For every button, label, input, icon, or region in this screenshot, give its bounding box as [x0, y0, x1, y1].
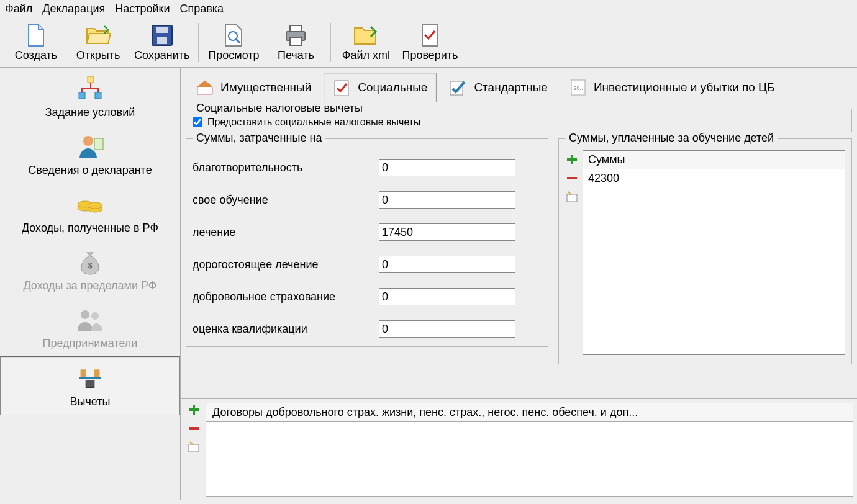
tb-preview[interactable]: Просмотр: [202, 20, 265, 65]
edu-table-row[interactable]: 42300: [583, 169, 845, 187]
tb-save[interactable]: Сохранить: [129, 20, 194, 65]
svg-rect-25: [189, 444, 199, 452]
btn-edit-edu[interactable]: [565, 190, 579, 204]
svg-rect-7: [88, 76, 94, 83]
folder-open-icon: [86, 23, 111, 48]
tab-property[interactable]: Имущественный: [187, 73, 320, 102]
svg-text:20..: 20..: [573, 85, 583, 91]
btn-remove-contract[interactable]: [187, 421, 201, 435]
svg-rect-5: [290, 25, 301, 32]
input-own-education[interactable]: [379, 191, 515, 209]
coins-icon: [75, 189, 105, 219]
chk-provide-label: Предоставить социальные налоговые вычеты: [207, 117, 421, 128]
edu-table-header: Суммы: [583, 151, 845, 169]
svg-point-17: [81, 310, 89, 319]
print-icon: [283, 23, 308, 48]
sidebar-declarant[interactable]: Сведения о декларанте: [0, 125, 180, 183]
input-qualification[interactable]: [379, 320, 515, 338]
menu-help[interactable]: Справка: [179, 2, 224, 16]
contracts-body[interactable]: [206, 422, 853, 497]
group-social-title: Социальные налоговые вычеты: [193, 102, 366, 115]
calendar-icon: 20..: [569, 78, 587, 97]
edu-table[interactable]: Суммы 42300: [583, 150, 845, 355]
group-education: Суммы, уплаченные за обучение детей: [558, 138, 852, 364]
xml-file-icon: [353, 23, 378, 48]
svg-rect-20: [335, 81, 348, 96]
content: Имущественный Социальные Стандартные 20.…: [180, 68, 857, 500]
sidebar-conditions[interactable]: Задание условий: [0, 68, 180, 125]
menu-settings[interactable]: Настройки: [115, 2, 170, 16]
toolbar: Создать Открыть Сохранить Просмотр Печат…: [0, 18, 857, 68]
deductions-icon: [75, 363, 105, 393]
btn-edit-contract[interactable]: [187, 440, 201, 454]
preview-icon: [221, 23, 246, 48]
group-education-title: Суммы, уплаченные за обучение детей: [565, 132, 778, 145]
tab-standard[interactable]: Стандартные: [440, 73, 556, 102]
svg-rect-6: [290, 38, 301, 45]
house-icon: [196, 78, 214, 97]
checkbox-blue-icon: [449, 78, 468, 97]
tb-check[interactable]: Проверить: [397, 20, 463, 65]
lbl-treatment: лечение: [193, 226, 379, 239]
sidebar-entrepreneurs: Предприниматели: [0, 299, 180, 356]
conditions-icon: [75, 74, 105, 104]
svg-text:$: $: [88, 261, 93, 270]
svg-rect-1: [156, 27, 168, 33]
svg-point-18: [91, 312, 99, 320]
sidebar-income-rf[interactable]: Доходы, полученные в РФ: [0, 183, 180, 241]
tb-xml[interactable]: Файл xml: [335, 20, 397, 65]
sidebar: Задание условий Сведения о декларанте До…: [0, 68, 180, 500]
check-icon: [417, 23, 442, 48]
lbl-own-education: свое обучение: [193, 194, 379, 207]
btn-add-contract[interactable]: [187, 403, 201, 416]
input-charity[interactable]: [379, 159, 515, 176]
tb-print[interactable]: Печать: [265, 20, 327, 65]
group-spent-title: Суммы, затраченные на: [193, 132, 325, 145]
svg-rect-8: [79, 92, 85, 99]
tab-investment[interactable]: 20.. Инвестиционные и убытки по ЦБ: [560, 73, 784, 102]
save-icon: [150, 23, 175, 48]
input-insurance[interactable]: [379, 288, 515, 305]
input-expensive-treatment[interactable]: [379, 256, 515, 273]
sidebar-income-abroad: $ Доходы за пределами РФ: [0, 241, 180, 299]
svg-point-15: [88, 202, 102, 209]
input-treatment[interactable]: [379, 223, 515, 241]
lbl-qualification: оценка квалификации: [193, 323, 379, 336]
lbl-charity: благотворительность: [193, 161, 379, 174]
group-spent: Суммы, затраченные на благотворительност…: [186, 138, 548, 347]
btn-add-edu[interactable]: [565, 153, 579, 166]
btn-remove-edu[interactable]: [565, 171, 579, 185]
menubar: Файл Декларация Настройки Справка: [0, 0, 857, 18]
contracts-block: Договоры добровольного страх. жизни, пен…: [181, 398, 857, 500]
tb-create[interactable]: Создать: [5, 20, 67, 65]
lbl-insurance: добровольное страхование: [193, 290, 379, 304]
people-icon: [75, 305, 105, 335]
svg-rect-24: [567, 194, 577, 202]
new-file-icon: [24, 23, 48, 48]
svg-rect-2: [157, 37, 167, 44]
sidebar-deductions[interactable]: Вычеты: [0, 356, 180, 415]
lbl-expensive-treatment: дорогостоящее лечение: [193, 258, 379, 271]
person-icon: [75, 132, 105, 161]
edu-tools: [565, 150, 583, 355]
menu-file[interactable]: Файл: [5, 2, 32, 16]
svg-rect-11: [94, 138, 103, 150]
svg-rect-19: [86, 380, 94, 387]
menu-declaration[interactable]: Декларация: [42, 2, 105, 16]
tb-open[interactable]: Открыть: [67, 20, 129, 65]
contracts-header: Договоры добровольного страх. жизни, пен…: [206, 403, 853, 422]
svg-point-10: [83, 136, 93, 146]
chk-provide-social[interactable]: [193, 117, 202, 127]
svg-rect-9: [95, 92, 101, 99]
group-social-deductions: Социальные налоговые вычеты Предоставить…: [186, 109, 852, 132]
checkbox-red-icon: [333, 78, 351, 97]
tab-social[interactable]: Социальные: [324, 73, 437, 102]
moneybag-icon: $: [75, 247, 105, 277]
